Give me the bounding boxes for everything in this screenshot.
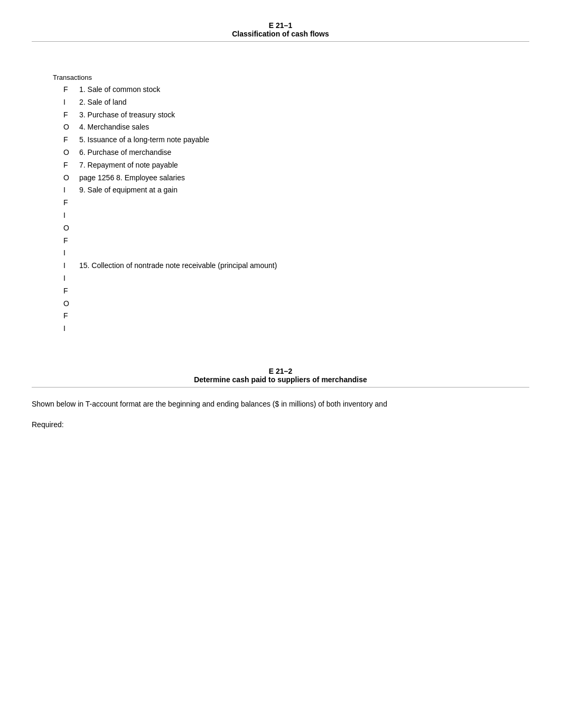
transactions-section: Transactions F1. Sale of common stockI2.… <box>53 73 529 335</box>
transaction-text: 15. Collection of nontrade note receivab… <box>79 260 529 272</box>
transaction-item: O4. Merchandise sales <box>63 121 529 134</box>
transaction-text: 4. Merchandise sales <box>79 121 529 134</box>
transaction-type: I <box>63 247 79 260</box>
transaction-item: F <box>63 235 529 247</box>
transactions-label: Transactions <box>53 73 529 81</box>
transaction-list: F1. Sale of common stockI2. Sale of land… <box>63 84 529 335</box>
section1-divider <box>32 41 529 42</box>
transaction-type: F <box>63 109 79 122</box>
transaction-item: Opage 1256 8. Employee salaries <box>63 172 529 185</box>
transaction-text: 3. Purchase of treasury stock <box>79 109 529 122</box>
transaction-type: F <box>63 159 79 172</box>
transaction-text: 2. Sale of land <box>79 96 529 109</box>
transaction-item: F <box>63 310 529 322</box>
transaction-item: I9. Sale of equipment at a gain <box>63 184 529 197</box>
transaction-type: I <box>63 260 79 272</box>
transaction-type: O <box>63 222 79 235</box>
transaction-item: F <box>63 197 529 209</box>
transaction-item: F5. Issuance of a long-term note payable <box>63 134 529 146</box>
transaction-text: 9. Sale of equipment at a gain <box>79 184 529 197</box>
transaction-text: 5. Issuance of a long-term note payable <box>79 134 529 146</box>
transaction-type: O <box>63 298 79 310</box>
transaction-item: I <box>63 209 529 222</box>
transaction-type: F <box>63 310 79 322</box>
transaction-text: 1. Sale of common stock <box>79 84 529 96</box>
section2-divider <box>32 387 529 388</box>
transaction-text: 7. Repayment of note payable <box>79 159 529 172</box>
transaction-type: F <box>63 197 79 209</box>
transaction-item: F <box>63 285 529 298</box>
transaction-type: O <box>63 121 79 134</box>
transaction-type: I <box>63 96 79 109</box>
section1-header: E 21–1 Classification of cash flows <box>32 21 529 38</box>
transaction-item: F3. Purchase of treasury stock <box>63 109 529 122</box>
transaction-item: F1. Sale of common stock <box>63 84 529 96</box>
transaction-type: F <box>63 235 79 247</box>
transaction-text: 6. Purchase of merchandise <box>79 146 529 159</box>
transaction-item: O <box>63 298 529 310</box>
section2-code: E 21–2 <box>32 367 529 375</box>
transaction-type: I <box>63 322 79 335</box>
transaction-item: O <box>63 222 529 235</box>
body-text: Shown below in T-account format are the … <box>32 398 529 410</box>
transaction-type: O <box>63 146 79 159</box>
transaction-item: I <box>63 247 529 260</box>
section1-code: E 21–1 <box>32 21 529 30</box>
transaction-type: F <box>63 84 79 96</box>
transaction-item: I15. Collection of nontrade note receiva… <box>63 260 529 272</box>
transaction-type: I <box>63 184 79 197</box>
transaction-type: I <box>63 209 79 222</box>
transaction-item: I2. Sale of land <box>63 96 529 109</box>
page-container: E 21–1 Classification of cash flows Tran… <box>0 0 561 728</box>
required-label: Required: <box>32 420 529 429</box>
transaction-item: O6. Purchase of merchandise <box>63 146 529 159</box>
transaction-type: F <box>63 134 79 146</box>
transaction-text: page 1256 8. Employee salaries <box>79 172 529 185</box>
transaction-item: F7. Repayment of note payable <box>63 159 529 172</box>
section2-header: E 21–2 Determine cash paid to suppliers … <box>32 367 529 384</box>
section2-title: Determine cash paid to suppliers of merc… <box>32 375 529 384</box>
transaction-type: F <box>63 285 79 298</box>
transaction-item: I <box>63 272 529 285</box>
transaction-item: I <box>63 322 529 335</box>
transaction-type: O <box>63 172 79 185</box>
transaction-type: I <box>63 272 79 285</box>
section1-title: Classification of cash flows <box>32 30 529 38</box>
